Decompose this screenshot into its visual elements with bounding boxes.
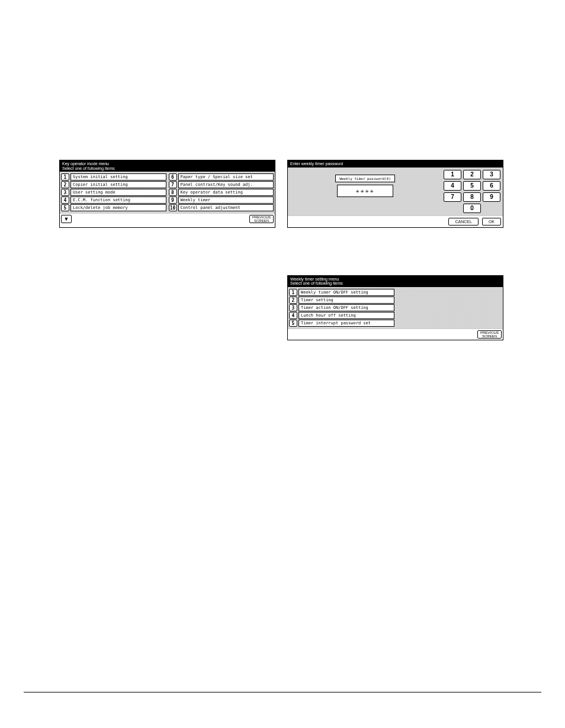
timer-menu-item-4[interactable]: 4 Lunch hour off setting [289,312,394,319]
keypad-8[interactable]: 8 [463,192,481,202]
panel3-header-line2: Select one of following items [290,281,500,286]
menu-number: 4 [289,312,297,319]
page-footer-divider [24,692,541,692]
prev-line2: SCREEN [480,334,499,338]
menu-number: 7 [169,181,177,188]
menu-number: 5 [61,204,69,211]
menu-number: 3 [61,189,69,196]
key-operator-menu-panel: Key operator mode menu Select one of fol… [59,160,275,228]
keypad-2[interactable]: 2 [463,170,481,179]
menu-number: 1 [61,173,69,181]
timer-menu-item-2[interactable]: 2 Timer setting [289,297,394,304]
menu-item-8[interactable]: 8 Key operator data setting [169,189,274,196]
ok-label: OK [489,220,495,224]
menu-item-9[interactable]: 9 Weekly timer [169,197,274,204]
menu-number: 4 [61,197,69,204]
panel1-header-line2: Select one of following items [62,166,272,171]
panel2-header: Enter weekly timer password [288,160,503,167]
menu-label: Weekly timer [178,197,274,204]
menu-label: Panel contrast/Key sound adj. [178,181,274,188]
menu-label: Paper type / Special size set [178,173,274,181]
keypad-0[interactable]: 0 [463,204,481,213]
menu-label: Lunch hour off setting [298,312,394,319]
cancel-label: CANCEL [455,220,471,224]
menu-item-1[interactable]: 1 System initial setting [61,173,166,181]
menu-item-6[interactable]: 6 Paper type / Special size set [169,173,274,181]
menu-item-4[interactable]: 4 E.C.M. function setting [61,197,166,204]
ok-button[interactable]: OK [482,218,501,226]
previous-screen-button[interactable]: PREVIOUS SCREEN [477,330,502,339]
menu-label: Timer setting [298,297,394,304]
menu-number: 3 [289,304,297,311]
previous-screen-button[interactable]: PREVIOUS SCREEN [249,215,274,223]
scroll-down-button[interactable]: ▼ [61,215,72,223]
weekly-timer-setting-menu-panel: Weekly timer setting menu Select one of … [287,275,503,340]
menu-number: 9 [169,197,177,204]
keypad-6[interactable]: 6 [483,181,500,191]
panel2-header-text: Enter weekly timer password [290,162,500,166]
menu-number: 5 [289,320,297,327]
timer-menu-item-1[interactable]: 1 Weekly timer ON/OFF setting [289,289,394,296]
weekly-timer-password-panel: Enter weekly timer password Weekly timer… [287,160,503,228]
keypad-7[interactable]: 7 [444,192,461,202]
panel3-header-line1: Weekly timer setting menu [290,277,500,282]
menu-label: User setting mode [70,189,166,196]
menu-label: Weekly timer ON/OFF setting [298,289,394,296]
menu-label: E.C.M. function setting [70,197,166,204]
menu-number: 10 [169,204,177,211]
menu-label: System initial setting [70,173,166,181]
menu-number: 1 [289,289,297,296]
panel1-header: Key operator mode menu Select one of fol… [60,160,275,172]
panel1-header-line1: Key operator mode menu [62,162,272,166]
menu-item-7[interactable]: 7 Panel contrast/Key sound adj. [169,181,274,188]
menu-number: 2 [289,297,297,304]
timer-menu-item-3[interactable]: 3 Timer action ON/OFF setting [289,304,394,311]
menu-label: Key operator data setting [178,189,274,196]
prev-line2: SCREEN [252,219,271,223]
keypad-9[interactable]: 9 [483,192,500,202]
cancel-button[interactable]: CANCEL [448,218,478,226]
menu-label: Timer action ON/OFF setting [298,304,394,311]
menu-number: 8 [169,189,177,196]
keypad-1[interactable]: 1 [444,170,461,179]
arrow-down-icon: ▼ [64,216,69,222]
keypad-5[interactable]: 5 [463,181,481,191]
menu-label: Control panel adjustment [178,204,274,211]
menu-label: Copier initial setting [70,181,166,188]
menu-number: 6 [169,173,177,181]
menu-item-10[interactable]: 10 Control panel adjustment [169,204,274,211]
menu-number: 2 [61,181,69,188]
menu-item-3[interactable]: 3 User setting mode [61,189,166,196]
menu-item-2[interactable]: 2 Copier initial setting [61,181,166,188]
password-field-label: Weekly timer password(4) [335,175,395,182]
password-field-value: ✳✳✳✳ [337,185,393,197]
numeric-keypad: 1 2 3 4 5 6 7 8 9 0 [444,170,500,213]
menu-item-5[interactable]: 5 Lock/delete job memory [61,204,166,211]
keypad-4[interactable]: 4 [444,181,461,191]
timer-menu-item-5[interactable]: 5 Timer interrupt password set [289,320,394,327]
menu-label: Lock/delete job memory [70,204,166,211]
menu-label: Timer interrupt password set [298,320,394,327]
panel3-header: Weekly timer setting menu Select one of … [288,276,503,287]
keypad-3[interactable]: 3 [483,170,500,179]
